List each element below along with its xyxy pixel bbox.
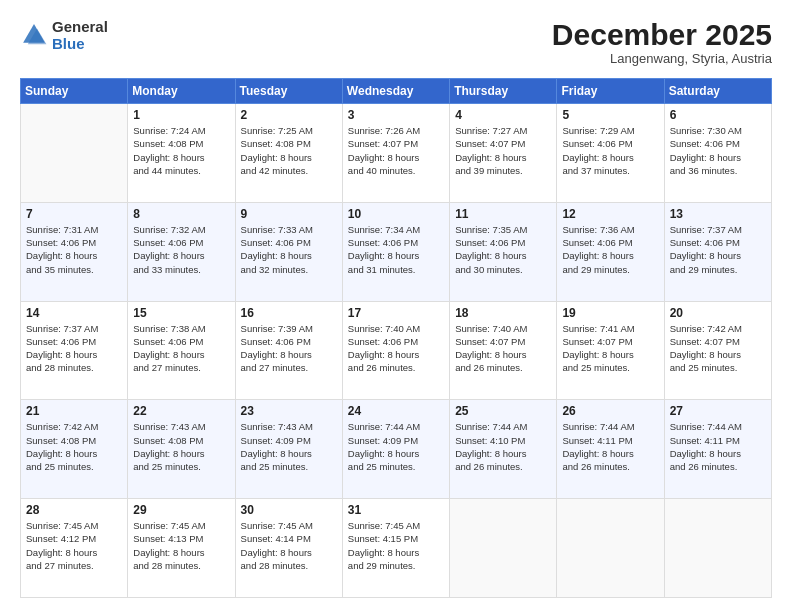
day-info: Sunrise: 7:38 AM Sunset: 4:06 PM Dayligh…	[133, 322, 229, 375]
calendar-cell: 10Sunrise: 7:34 AM Sunset: 4:06 PM Dayli…	[342, 202, 449, 301]
calendar-cell: 14Sunrise: 7:37 AM Sunset: 4:06 PM Dayli…	[21, 301, 128, 400]
day-number: 17	[348, 306, 444, 320]
day-number: 28	[26, 503, 122, 517]
weekday-header: Friday	[557, 79, 664, 104]
day-number: 14	[26, 306, 122, 320]
day-number: 15	[133, 306, 229, 320]
weekday-header: Sunday	[21, 79, 128, 104]
day-number: 7	[26, 207, 122, 221]
calendar-cell: 6Sunrise: 7:30 AM Sunset: 4:06 PM Daylig…	[664, 104, 771, 203]
logo-icon	[20, 21, 48, 49]
day-info: Sunrise: 7:45 AM Sunset: 4:15 PM Dayligh…	[348, 519, 444, 572]
calendar-header-row: SundayMondayTuesdayWednesdayThursdayFrid…	[21, 79, 772, 104]
logo-text: General Blue	[52, 18, 108, 53]
calendar-week-row: 28Sunrise: 7:45 AM Sunset: 4:12 PM Dayli…	[21, 499, 772, 598]
calendar-cell: 20Sunrise: 7:42 AM Sunset: 4:07 PM Dayli…	[664, 301, 771, 400]
calendar-week-row: 21Sunrise: 7:42 AM Sunset: 4:08 PM Dayli…	[21, 400, 772, 499]
calendar-cell	[664, 499, 771, 598]
day-number: 8	[133, 207, 229, 221]
day-info: Sunrise: 7:44 AM Sunset: 4:10 PM Dayligh…	[455, 420, 551, 473]
day-info: Sunrise: 7:42 AM Sunset: 4:07 PM Dayligh…	[670, 322, 766, 375]
day-info: Sunrise: 7:45 AM Sunset: 4:13 PM Dayligh…	[133, 519, 229, 572]
weekday-header: Monday	[128, 79, 235, 104]
day-info: Sunrise: 7:36 AM Sunset: 4:06 PM Dayligh…	[562, 223, 658, 276]
day-number: 13	[670, 207, 766, 221]
day-info: Sunrise: 7:35 AM Sunset: 4:06 PM Dayligh…	[455, 223, 551, 276]
page: General Blue December 2025 Langenwang, S…	[0, 0, 792, 612]
day-info: Sunrise: 7:30 AM Sunset: 4:06 PM Dayligh…	[670, 124, 766, 177]
location: Langenwang, Styria, Austria	[552, 51, 772, 66]
header: General Blue December 2025 Langenwang, S…	[20, 18, 772, 66]
day-number: 25	[455, 404, 551, 418]
day-number: 12	[562, 207, 658, 221]
calendar-cell: 8Sunrise: 7:32 AM Sunset: 4:06 PM Daylig…	[128, 202, 235, 301]
day-number: 2	[241, 108, 337, 122]
calendar-cell: 13Sunrise: 7:37 AM Sunset: 4:06 PM Dayli…	[664, 202, 771, 301]
weekday-header: Wednesday	[342, 79, 449, 104]
day-info: Sunrise: 7:43 AM Sunset: 4:08 PM Dayligh…	[133, 420, 229, 473]
day-info: Sunrise: 7:40 AM Sunset: 4:07 PM Dayligh…	[455, 322, 551, 375]
day-number: 9	[241, 207, 337, 221]
month-title: December 2025	[552, 18, 772, 51]
calendar-cell: 21Sunrise: 7:42 AM Sunset: 4:08 PM Dayli…	[21, 400, 128, 499]
weekday-header: Thursday	[450, 79, 557, 104]
calendar-week-row: 1Sunrise: 7:24 AM Sunset: 4:08 PM Daylig…	[21, 104, 772, 203]
calendar-cell: 7Sunrise: 7:31 AM Sunset: 4:06 PM Daylig…	[21, 202, 128, 301]
day-info: Sunrise: 7:37 AM Sunset: 4:06 PM Dayligh…	[670, 223, 766, 276]
calendar-cell: 29Sunrise: 7:45 AM Sunset: 4:13 PM Dayli…	[128, 499, 235, 598]
day-number: 1	[133, 108, 229, 122]
calendar-cell: 12Sunrise: 7:36 AM Sunset: 4:06 PM Dayli…	[557, 202, 664, 301]
calendar-cell: 16Sunrise: 7:39 AM Sunset: 4:06 PM Dayli…	[235, 301, 342, 400]
calendar-table: SundayMondayTuesdayWednesdayThursdayFrid…	[20, 78, 772, 598]
calendar-cell: 18Sunrise: 7:40 AM Sunset: 4:07 PM Dayli…	[450, 301, 557, 400]
day-number: 29	[133, 503, 229, 517]
logo-general: General	[52, 18, 108, 35]
calendar-cell: 23Sunrise: 7:43 AM Sunset: 4:09 PM Dayli…	[235, 400, 342, 499]
day-info: Sunrise: 7:45 AM Sunset: 4:12 PM Dayligh…	[26, 519, 122, 572]
day-number: 26	[562, 404, 658, 418]
day-info: Sunrise: 7:43 AM Sunset: 4:09 PM Dayligh…	[241, 420, 337, 473]
calendar-cell: 24Sunrise: 7:44 AM Sunset: 4:09 PM Dayli…	[342, 400, 449, 499]
day-number: 10	[348, 207, 444, 221]
day-number: 4	[455, 108, 551, 122]
day-info: Sunrise: 7:26 AM Sunset: 4:07 PM Dayligh…	[348, 124, 444, 177]
calendar-week-row: 14Sunrise: 7:37 AM Sunset: 4:06 PM Dayli…	[21, 301, 772, 400]
day-info: Sunrise: 7:37 AM Sunset: 4:06 PM Dayligh…	[26, 322, 122, 375]
calendar-cell: 11Sunrise: 7:35 AM Sunset: 4:06 PM Dayli…	[450, 202, 557, 301]
calendar-cell	[21, 104, 128, 203]
weekday-header: Tuesday	[235, 79, 342, 104]
day-info: Sunrise: 7:34 AM Sunset: 4:06 PM Dayligh…	[348, 223, 444, 276]
day-number: 3	[348, 108, 444, 122]
calendar-cell	[450, 499, 557, 598]
calendar-cell: 28Sunrise: 7:45 AM Sunset: 4:12 PM Dayli…	[21, 499, 128, 598]
calendar-cell: 19Sunrise: 7:41 AM Sunset: 4:07 PM Dayli…	[557, 301, 664, 400]
weekday-header: Saturday	[664, 79, 771, 104]
day-info: Sunrise: 7:44 AM Sunset: 4:09 PM Dayligh…	[348, 420, 444, 473]
day-info: Sunrise: 7:31 AM Sunset: 4:06 PM Dayligh…	[26, 223, 122, 276]
day-info: Sunrise: 7:45 AM Sunset: 4:14 PM Dayligh…	[241, 519, 337, 572]
day-info: Sunrise: 7:41 AM Sunset: 4:07 PM Dayligh…	[562, 322, 658, 375]
day-info: Sunrise: 7:24 AM Sunset: 4:08 PM Dayligh…	[133, 124, 229, 177]
day-number: 23	[241, 404, 337, 418]
day-number: 21	[26, 404, 122, 418]
day-info: Sunrise: 7:40 AM Sunset: 4:06 PM Dayligh…	[348, 322, 444, 375]
calendar-cell: 4Sunrise: 7:27 AM Sunset: 4:07 PM Daylig…	[450, 104, 557, 203]
logo-blue: Blue	[52, 35, 85, 52]
day-number: 22	[133, 404, 229, 418]
day-number: 5	[562, 108, 658, 122]
day-number: 11	[455, 207, 551, 221]
calendar-cell: 30Sunrise: 7:45 AM Sunset: 4:14 PM Dayli…	[235, 499, 342, 598]
calendar-cell: 9Sunrise: 7:33 AM Sunset: 4:06 PM Daylig…	[235, 202, 342, 301]
day-number: 30	[241, 503, 337, 517]
calendar-cell: 27Sunrise: 7:44 AM Sunset: 4:11 PM Dayli…	[664, 400, 771, 499]
day-info: Sunrise: 7:33 AM Sunset: 4:06 PM Dayligh…	[241, 223, 337, 276]
day-info: Sunrise: 7:25 AM Sunset: 4:08 PM Dayligh…	[241, 124, 337, 177]
calendar-cell	[557, 499, 664, 598]
day-number: 6	[670, 108, 766, 122]
calendar-cell: 5Sunrise: 7:29 AM Sunset: 4:06 PM Daylig…	[557, 104, 664, 203]
calendar-cell: 26Sunrise: 7:44 AM Sunset: 4:11 PM Dayli…	[557, 400, 664, 499]
calendar-cell: 17Sunrise: 7:40 AM Sunset: 4:06 PM Dayli…	[342, 301, 449, 400]
day-info: Sunrise: 7:42 AM Sunset: 4:08 PM Dayligh…	[26, 420, 122, 473]
calendar-cell: 25Sunrise: 7:44 AM Sunset: 4:10 PM Dayli…	[450, 400, 557, 499]
day-info: Sunrise: 7:39 AM Sunset: 4:06 PM Dayligh…	[241, 322, 337, 375]
